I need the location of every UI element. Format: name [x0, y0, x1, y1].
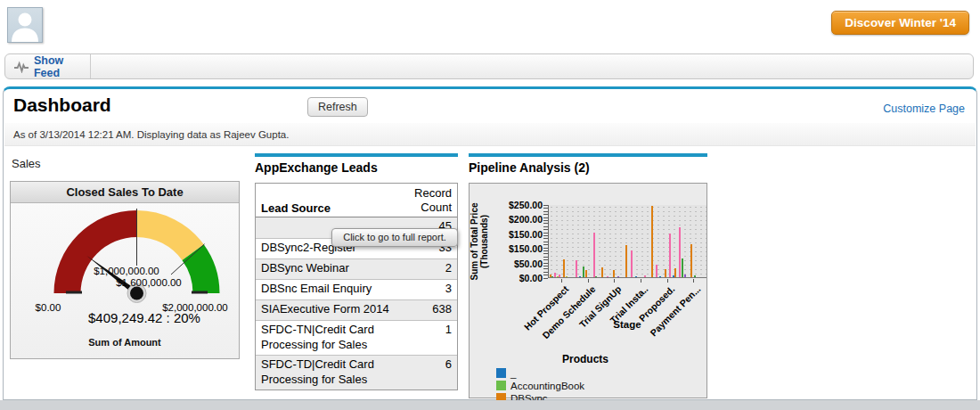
cell-lead-source: SFDC-TD|Credit Card Processing for Sales — [261, 357, 412, 388]
bar — [566, 276, 568, 277]
bar — [585, 270, 587, 277]
pipeline-chart[interactable]: Sum of Total Price (Thousands) Stage Pro… — [469, 183, 707, 398]
table-row[interactable]: SIAExecutive Form 2014638 — [256, 299, 457, 320]
cell-record-count: 638 — [412, 302, 452, 316]
x-tick — [641, 279, 641, 283]
cell-lead-source: DBSync Webinar — [261, 261, 412, 276]
bar — [682, 258, 683, 277]
cell-record-count: 1 — [412, 323, 452, 336]
bar — [690, 244, 692, 277]
user-avatar[interactable] — [7, 7, 43, 43]
legend-label: AccountingBook — [510, 381, 584, 391]
svg-text:$409,249.42 : 20%: $409,249.42 : 20% — [88, 310, 200, 325]
cell-record-count: 6 — [412, 357, 452, 371]
cell-lead-source: SIAExecutive Form 2014 — [261, 302, 412, 317]
divider — [90, 54, 91, 78]
bar — [644, 275, 646, 277]
table-header: Lead Source Record Count — [256, 184, 457, 217]
column-header-lead-source: Lead Source — [261, 201, 405, 215]
plot-area — [548, 205, 706, 278]
x-tick — [588, 279, 589, 283]
bar — [601, 267, 603, 277]
legend-swatch-icon — [496, 381, 506, 390]
refresh-button[interactable]: Refresh — [307, 97, 368, 117]
person-silhouette-icon — [8, 8, 42, 42]
bar — [656, 265, 657, 277]
bar — [579, 276, 581, 277]
appexchange-leads-title: AppExchange Leads — [255, 160, 378, 175]
gauge-footer: Sum of Amount — [11, 337, 239, 348]
cell-lead-source: DBSnc Email Enquiry — [261, 282, 412, 297]
svg-text:$1,600,000.00: $1,600,000.00 — [116, 277, 182, 288]
svg-text:$1,000,000.00: $1,000,000.00 — [94, 266, 159, 276]
cell-lead-source: SFDC-TN|Credit Card Processing for Sales — [261, 323, 412, 353]
table-row[interactable]: DBSync Webinar2 — [256, 258, 457, 279]
bar — [625, 245, 627, 277]
legend-item: AccountingBook — [496, 380, 584, 391]
y-tick-label: $0.00 — [491, 273, 543, 283]
y-tick-label: $50.00 — [491, 258, 543, 269]
as-of-text: As of 3/13/2014 12:21 AM. Displaying dat… — [4, 123, 976, 146]
pipeline-analysis-title: Pipeline Analysis (2) — [469, 160, 590, 175]
bar — [613, 270, 615, 277]
page-bottom-strip — [0, 400, 980, 410]
x-tick — [667, 279, 668, 283]
cell-record-count: 3 — [412, 282, 452, 295]
bar — [617, 276, 619, 277]
bar — [631, 250, 633, 277]
bar — [694, 275, 696, 277]
bar — [607, 276, 608, 277]
x-tick — [561, 279, 562, 283]
bar — [595, 276, 597, 277]
y-tick-label: $150.00 — [491, 229, 543, 240]
svg-text:$0.00: $0.00 — [36, 302, 61, 313]
bar — [674, 268, 676, 277]
accent-bar — [469, 153, 707, 157]
bar — [684, 275, 686, 277]
accent-bar — [255, 153, 458, 157]
bar — [563, 259, 565, 277]
show-feed-label: Show Feed — [34, 54, 89, 79]
y-tick-label: $250.00 — [491, 200, 543, 210]
feed-pulse-icon — [14, 61, 29, 73]
x-tick — [614, 279, 615, 283]
column-label-sales: Sales — [12, 157, 41, 170]
legend-swatch-icon — [496, 368, 506, 378]
bar — [551, 276, 553, 277]
bar — [651, 206, 653, 277]
table-row[interactable]: DBSnc Email Enquiry3 — [256, 279, 457, 299]
gauge-title: Closed Sales To Date — [11, 182, 239, 203]
x-tick — [693, 279, 694, 283]
bar — [576, 260, 577, 277]
cell-record-count: 2 — [412, 261, 452, 275]
gauge-component[interactable]: Closed Sales To Date $1,000,000.00 $1,60… — [10, 181, 240, 359]
legend-item: _ — [496, 367, 584, 379]
bar — [635, 276, 637, 277]
bar — [659, 276, 661, 277]
customize-page-link[interactable]: Customize Page — [883, 102, 965, 115]
tooltip: Click to go to full report. — [331, 228, 458, 247]
bar — [669, 234, 671, 277]
show-feed-bar: Show Feed — [4, 53, 974, 79]
column-header-record-count: Record Count — [405, 186, 452, 216]
bar — [665, 269, 666, 277]
legend-label: _ — [510, 368, 516, 379]
leads-table[interactable]: Lead Source Record Count 45DBSync2-Regis… — [255, 183, 458, 390]
gauge-chart: $1,000,000.00 $1,600,000.00 $0.00 $2,000… — [11, 203, 241, 326]
chart-legend: _AccountingBookDBSync — [496, 367, 584, 405]
y-tick-label: $150.00 — [491, 243, 543, 254]
page-title: Dashboard — [13, 94, 111, 116]
table-row[interactable]: SFDC-TN|Credit Card Processing for Sales… — [256, 320, 457, 355]
table-row[interactable]: SFDC-TD|Credit Card Processing for Sales… — [256, 355, 457, 390]
y-tick-label: $200.00 — [491, 214, 543, 225]
discover-winter-button[interactable]: Discover Winter '14 — [831, 11, 969, 35]
bar — [593, 233, 595, 277]
bar — [559, 275, 560, 277]
show-feed-button[interactable]: Show Feed — [5, 54, 89, 78]
dashboard-panel: Dashboard Refresh Customize Page As of 3… — [3, 86, 977, 400]
